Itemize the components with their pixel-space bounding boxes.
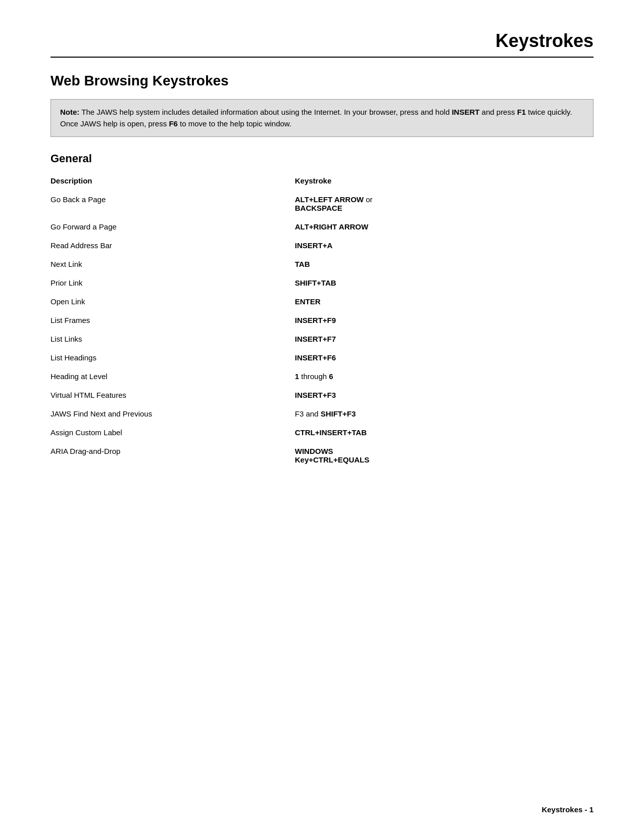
row-keystroke: ENTER — [295, 292, 593, 311]
row-description: Virtual HTML Features — [51, 386, 295, 404]
table-row: Assign Custom LabelCTRL+INSERT+TAB — [51, 423, 593, 442]
table-row: ARIA Drag-and-DropWINDOWSKey+CTRL+EQUALS — [51, 442, 593, 469]
row-keystroke: 1 through 6 — [295, 367, 593, 386]
col-header-description: Description — [51, 173, 295, 190]
row-description: List Headings — [51, 348, 295, 367]
row-description: JAWS Find Next and Previous — [51, 404, 295, 423]
note-bold-2: F1 — [517, 108, 526, 116]
page-footer: Keystrokes - 1 — [541, 805, 593, 814]
row-description: Prior Link — [51, 273, 295, 292]
table-row: List HeadingsINSERT+F6 — [51, 348, 593, 367]
row-description: Read Address Bar — [51, 236, 295, 255]
row-keystroke: TAB — [295, 255, 593, 273]
table-row: Prior LinkSHIFT+TAB — [51, 273, 593, 292]
table-row: Virtual HTML FeaturesINSERT+F3 — [51, 386, 593, 404]
row-description: Open Link — [51, 292, 295, 311]
row-keystroke: F3 and SHIFT+F3 — [295, 404, 593, 423]
table-row: Go Forward a PageALT+RIGHT ARROW — [51, 217, 593, 236]
row-description: Go Forward a Page — [51, 217, 295, 236]
note-box: Note: The JAWS help system includes deta… — [51, 99, 593, 137]
note-label: Note: — [60, 108, 79, 116]
keystrokes-table: Description Keystroke Go Back a PageALT+… — [51, 173, 593, 469]
row-description: Next Link — [51, 255, 295, 273]
page-container: Keystrokes Web Browsing Keystrokes Note:… — [0, 0, 644, 530]
row-keystroke: INSERT+F7 — [295, 330, 593, 348]
note-bold-3: F6 — [169, 119, 178, 128]
row-keystroke: ALT+LEFT ARROW orBACKSPACE — [295, 190, 593, 217]
page-title: Keystrokes — [51, 30, 593, 52]
row-keystroke: SHIFT+TAB — [295, 273, 593, 292]
table-row: Heading at Level1 through 6 — [51, 367, 593, 386]
row-keystroke: INSERT+F6 — [295, 348, 593, 367]
row-description: List Links — [51, 330, 295, 348]
row-keystroke: INSERT+F9 — [295, 311, 593, 330]
row-description: Go Back a Page — [51, 190, 295, 217]
table-row: Go Back a PageALT+LEFT ARROW orBACKSPACE — [51, 190, 593, 217]
table-row: JAWS Find Next and PreviousF3 and SHIFT+… — [51, 404, 593, 423]
section-heading: General — [51, 152, 593, 165]
note-text-4: to move to the help topic window. — [178, 119, 291, 128]
table-row: Next LinkTAB — [51, 255, 593, 273]
row-keystroke: ALT+RIGHT ARROW — [295, 217, 593, 236]
col-header-keystroke: Keystroke — [295, 173, 593, 190]
row-description: List Frames — [51, 311, 295, 330]
row-description: Assign Custom Label — [51, 423, 295, 442]
footer-text: Keystrokes - 1 — [541, 805, 593, 814]
main-title: Web Browsing Keystrokes — [51, 73, 593, 89]
row-keystroke: CTRL+INSERT+TAB — [295, 423, 593, 442]
note-text-1: The JAWS help system includes detailed i… — [79, 108, 452, 116]
row-keystroke: INSERT+F3 — [295, 386, 593, 404]
page-header: Keystrokes — [51, 30, 593, 58]
table-row: List FramesINSERT+F9 — [51, 311, 593, 330]
row-keystroke: INSERT+A — [295, 236, 593, 255]
table-header-row: Description Keystroke — [51, 173, 593, 190]
table-row: Open LinkENTER — [51, 292, 593, 311]
note-text-2: and press — [479, 108, 517, 116]
row-keystroke: WINDOWSKey+CTRL+EQUALS — [295, 442, 593, 469]
row-description: ARIA Drag-and-Drop — [51, 442, 295, 469]
note-bold-1: INSERT — [452, 108, 479, 116]
table-row: Read Address BarINSERT+A — [51, 236, 593, 255]
table-row: List LinksINSERT+F7 — [51, 330, 593, 348]
row-description: Heading at Level — [51, 367, 295, 386]
